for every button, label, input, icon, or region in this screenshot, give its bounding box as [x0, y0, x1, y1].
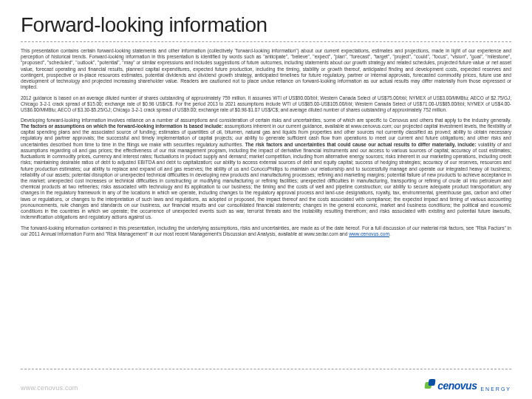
page-title: Forward-looking information [21, 13, 511, 37]
footer-divider [21, 369, 511, 369]
logo-mark-icon [425, 379, 435, 389]
paragraph-1: This presentation contains certain forwa… [21, 48, 511, 91]
paragraph-2: 2012 guidance is based on an average dil… [21, 95, 511, 113]
p3-bold-2: The risk factors and uncertainties that … [245, 142, 477, 147]
p4-part-b: . [389, 231, 391, 236]
body-text: This presentation contains certain forwa… [21, 48, 511, 237]
p3-part-e: volatility of and assumptions regarding … [21, 142, 511, 220]
logo-subtext: ENERGY [480, 386, 511, 392]
footer: www.cenovus.com cenovus ENERGY [21, 379, 511, 392]
p4-part-a: The forward-looking information containe… [21, 225, 511, 236]
footer-site: www.cenovus.com [21, 384, 78, 392]
logo-text: cenovus [437, 380, 477, 392]
slide: Forward-looking information This present… [0, 0, 532, 399]
cenovus-link[interactable]: www.cenovus.com [349, 231, 389, 236]
paragraph-4: The forward-looking information containe… [21, 225, 511, 237]
p3-bold-1: The factors or assumptions on which the … [21, 123, 223, 129]
p3-part-a: Developing forward-looking information i… [21, 117, 511, 123]
cenovus-logo: cenovus ENERGY [425, 379, 511, 392]
paragraph-3: Developing forward-looking information i… [21, 117, 511, 221]
divider [21, 41, 511, 42]
